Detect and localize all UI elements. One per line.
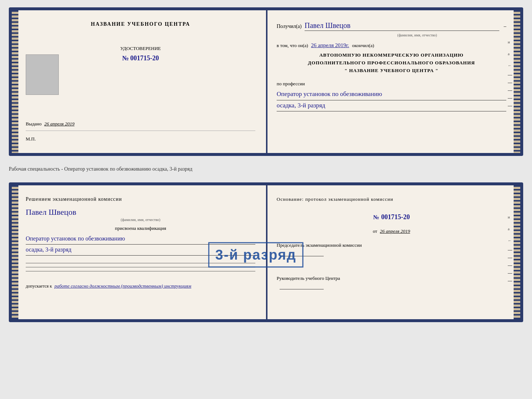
person-name-2: Павел Швецов <box>26 207 76 217</box>
date-prefix: от <box>373 228 377 234</box>
date-line: от 26 апреля 2019 <box>277 228 506 234</box>
document-card-1: НАЗВАНИЕ УЧЕБНОГО ЦЕНТРА УДОСТОВЕРЕНИЕ №… <box>9 7 523 156</box>
profession-line2: осадка, 3-й разряд <box>277 100 506 111</box>
decision-title: Решением экзаменационной комиссии <box>26 196 255 202</box>
stamp: 3-й разряд <box>208 242 303 268</box>
received-prefix: Получил(а) <box>277 24 302 29</box>
qualification-label: присвоена квалификация <box>26 225 255 231</box>
side-chars-right-1: и а ← <box>508 40 512 106</box>
profession-label: по профессии <box>277 81 506 87</box>
document-card-2: Решением экзаменационной комиссии Павел … <box>9 182 523 322</box>
cert-label: УДОСТОВЕРЕНИЕ <box>26 46 255 51</box>
side-chars-right-2: и а ← <box>508 215 512 281</box>
org-name: АВТОНОМНУЮ НЕКОММЕРЧЕСКУЮ ОРГАНИЗАЦИЮ ДО… <box>277 51 506 74</box>
doc-right-2: Основание: протокол экзаменационной коми… <box>266 185 520 319</box>
certified-prefix: в том, что он(а) <box>277 43 308 49</box>
doc-left-1: НАЗВАНИЕ УЧЕБНОГО ЦЕНТРА УДОСТОВЕРЕНИЕ №… <box>12 10 266 153</box>
spine-right-1 <box>514 10 520 153</box>
basis-title: Основание: протокол экзаменационной коми… <box>277 196 506 202</box>
recipient-name: Павел Швецов <box>305 21 499 31</box>
allowed-text-area: допускается к работе согласно должностны… <box>26 282 255 290</box>
cert-number: 001715-20 <box>130 54 159 62</box>
cert-number-prefix: № <box>122 54 129 62</box>
divider-left-1 <box>26 131 255 131</box>
issued-prefix: Выдано <box>26 121 42 127</box>
director-signature <box>280 282 324 290</box>
certified-date: 26 апреля 2019г. <box>311 42 349 49</box>
stamp-text: 3-й разряд <box>215 247 296 263</box>
director-label: Руководитель учебного Центра <box>277 275 506 289</box>
allowed-text: работе согласно должностным (производств… <box>54 283 191 289</box>
chairman-label: Председатель экзаменационной комиссии <box>277 242 506 256</box>
protocol-prefix: № <box>373 214 379 221</box>
photo-placeholder <box>26 54 59 95</box>
date-value: 26 апреля 2019 <box>380 228 410 234</box>
protocol-number: 001715-20 <box>381 213 410 221</box>
spine-right-2 <box>514 185 520 319</box>
separator-text: Рабочая специальность - Оператор установ… <box>9 163 523 176</box>
profession-line1: Оператор установок по обезвоживанию <box>277 89 506 100</box>
page-wrapper: НАЗВАНИЕ УЧЕБНОГО ЦЕНТРА УДОСТОВЕРЕНИЕ №… <box>9 7 523 322</box>
issued-date: 26 апреля 2019 <box>44 121 75 127</box>
name-sublabel-1: (фамилия, имя, отчество) <box>328 33 506 37</box>
certified-suffix: окончил(а) <box>352 43 374 49</box>
mp-label: М.П. <box>26 136 255 142</box>
name-sublabel-2: (фамилия, имя, отчество) <box>26 218 255 222</box>
allowed-prefix: допускается к <box>26 284 52 289</box>
doc-right-1: Получил(а) Павел Швецов – (фамилия, имя,… <box>266 10 520 153</box>
training-center-title: НАЗВАНИЕ УЧЕБНОГО ЦЕНТРА <box>26 21 255 27</box>
